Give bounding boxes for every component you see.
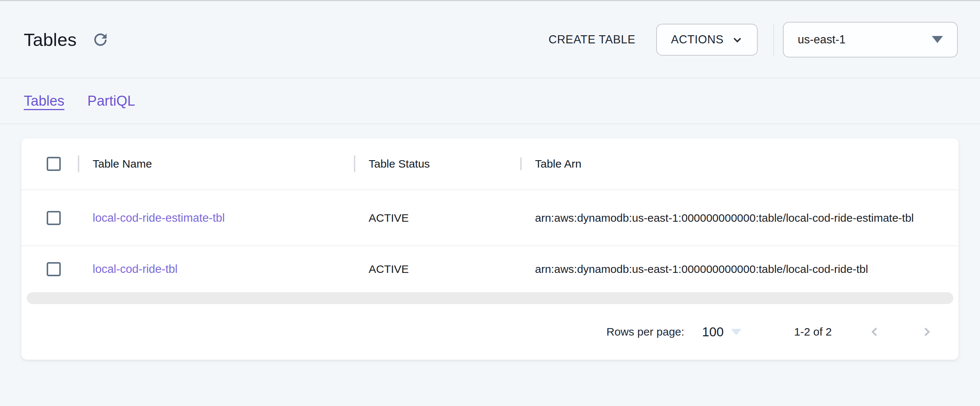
table-status-value: ACTIVE	[369, 212, 409, 224]
header-actions: CREATE TABLE ACTIONS us-east-1	[539, 22, 958, 58]
chevron-down-icon	[732, 34, 743, 45]
header-left: Tables	[24, 29, 110, 50]
table-arn-cell: arn:aws:dynamodb:us-east-1:000000000000:…	[520, 263, 959, 275]
rows-per-page-label: Rows per page:	[606, 326, 684, 338]
app-header: Tables CREATE TABLE ACTIONS us-east-1	[0, 1, 980, 78]
chevron-right-icon	[920, 326, 933, 338]
table-arn-cell: arn:aws:dynamodb:us-east-1:000000000000:…	[520, 212, 959, 224]
column-header-label: Table Name	[92, 158, 152, 170]
table-arn-value: arn:aws:dynamodb:us-east-1:000000000000:…	[535, 263, 868, 275]
horizontal-scrollbar-track	[21, 292, 959, 304]
caret-down-icon	[932, 36, 943, 43]
tab-tables[interactable]: Tables	[24, 93, 64, 109]
select-all-cell	[21, 157, 78, 171]
row-checkbox[interactable]	[47, 211, 61, 225]
chevron-left-icon	[869, 326, 881, 338]
tab-partiql[interactable]: PartiQL	[88, 93, 135, 109]
region-select[interactable]: us-east-1	[783, 22, 958, 58]
column-header-label: Table Arn	[535, 158, 581, 170]
table-arn-value: arn:aws:dynamodb:us-east-1:000000000000:…	[535, 212, 914, 224]
table-name-cell: local-cod-ride-estimate-tbl	[78, 211, 354, 225]
column-header-table-status[interactable]: Table Status	[354, 158, 520, 170]
table-name-link[interactable]: local-cod-ride-tbl	[92, 262, 178, 275]
row-select-cell	[21, 262, 78, 276]
refresh-icon	[91, 30, 110, 49]
header-divider	[773, 24, 774, 55]
tables-card: Table Name Table Status Table Arn local-…	[21, 138, 959, 360]
select-all-checkbox[interactable]	[47, 157, 61, 171]
page-title: Tables	[24, 29, 77, 50]
table-name-link[interactable]: local-cod-ride-estimate-tbl	[92, 211, 225, 224]
actions-button-label: ACTIONS	[671, 33, 724, 46]
table-status-value: ACTIVE	[369, 263, 409, 275]
table-status-cell: ACTIVE	[354, 212, 520, 224]
actions-button[interactable]: ACTIONS	[656, 24, 758, 56]
tabs-bar: Tables PartiQL	[0, 78, 980, 124]
column-header-table-arn[interactable]: Table Arn	[520, 158, 959, 170]
pagination-range-label: 1-2 of 2	[794, 326, 832, 338]
pagination-bar: Rows per page: 100 1-2 of 2	[21, 304, 959, 360]
caret-down-icon	[731, 329, 741, 335]
create-table-button[interactable]: CREATE TABLE	[539, 26, 644, 53]
row-checkbox[interactable]	[47, 262, 61, 276]
rows-per-page-select[interactable]: 100	[702, 324, 741, 339]
region-select-value: us-east-1	[798, 33, 845, 46]
table-header-row: Table Name Table Status Table Arn	[21, 138, 959, 190]
column-header-label: Table Status	[369, 158, 430, 170]
horizontal-scrollbar-thumb[interactable]	[27, 292, 953, 304]
previous-page-button[interactable]	[866, 323, 884, 341]
table-name-cell: local-cod-ride-tbl	[78, 262, 354, 276]
table-row: local-cod-ride-estimate-tbl ACTIVE arn:a…	[21, 190, 959, 246]
next-page-button[interactable]	[918, 323, 935, 341]
row-select-cell	[21, 211, 78, 225]
table-status-cell: ACTIVE	[354, 263, 520, 275]
rows-per-page-value: 100	[702, 324, 724, 339]
refresh-button[interactable]	[91, 30, 110, 49]
table-row: local-cod-ride-tbl ACTIVE arn:aws:dynamo…	[21, 246, 959, 292]
column-header-table-name[interactable]: Table Name	[78, 158, 354, 170]
